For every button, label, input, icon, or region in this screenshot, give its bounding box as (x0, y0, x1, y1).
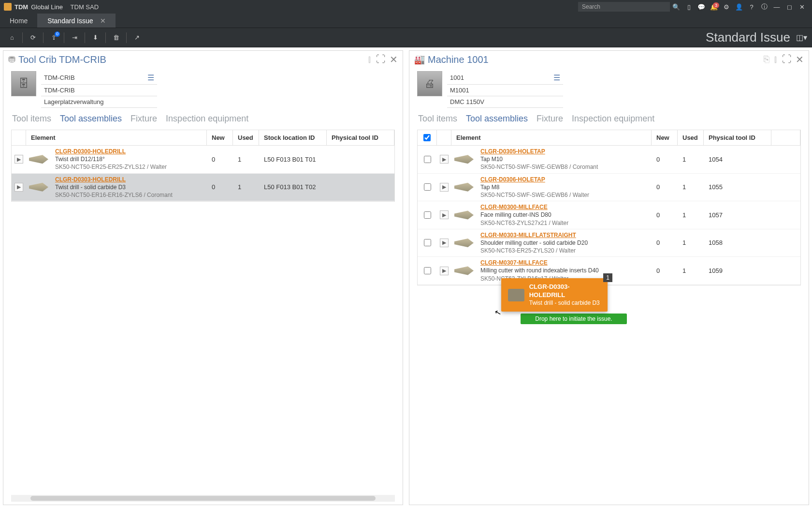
subtab-tool-items[interactable]: Tool items (12, 114, 51, 127)
tool-code-link[interactable]: CLGR-M0307-MILLFACE (480, 259, 648, 267)
tool-code-link[interactable]: CLGR-M0300-MILLFACE (480, 203, 648, 211)
module-name: TDM SAD (71, 3, 99, 11)
expand-row-icon[interactable]: ▶ (14, 155, 23, 164)
expand-panel-icon[interactable]: ⛶ (782, 54, 792, 65)
workspace: ⛃ Tool Crib TDM-CRIB ⫿ ⛶ ✕ 🗄 TDM-CRIB☰ T… (0, 47, 812, 508)
tab-standard-issue[interactable]: Standard Issue ✕ (38, 14, 115, 28)
select-all-checkbox[interactable] (423, 134, 431, 141)
cell-used: 1 (678, 183, 704, 191)
subtab-tool-assemblies[interactable]: Tool assemblies (60, 114, 122, 127)
col-new[interactable]: New (652, 130, 678, 145)
drag-desc: Twist drill - solid carbide D3 (529, 299, 601, 307)
download-icon[interactable]: ⬇ (88, 30, 102, 45)
subtab-fixture[interactable]: Fixture (130, 114, 157, 127)
close-button[interactable]: ✕ (796, 3, 808, 11)
machine-thumbnail-icon: 🖨 (417, 71, 442, 96)
tool-code-link[interactable]: CLGR-D0305-HOLETAP (480, 148, 648, 155)
row-checkbox[interactable] (424, 156, 431, 163)
search-icon[interactable]: 🔍 (670, 3, 682, 11)
pointer-icon[interactable]: ↗ (130, 30, 144, 45)
chart-icon[interactable]: ⫿ (367, 54, 372, 65)
copy-icon[interactable]: ⎘ (764, 54, 769, 65)
tool-spec: SK50-NCT50-SWF-SWE-GEWB6 / Walter (480, 191, 648, 199)
drag-thumb-icon (508, 289, 524, 301)
minimize-button[interactable]: — (770, 3, 783, 11)
col-used[interactable]: Used (233, 130, 259, 145)
crib-menu-icon[interactable]: ☰ (147, 73, 154, 82)
row-checkbox[interactable] (424, 239, 431, 246)
chat-icon[interactable]: 💬 (695, 3, 708, 11)
refresh-icon[interactable]: ⟳ (26, 30, 40, 45)
col-element[interactable]: Element (451, 130, 652, 145)
table-row[interactable]: ▶CLGR-M0303-MILLFLATSTRAIGHTShoulder mil… (418, 229, 800, 257)
subtab-inspection[interactable]: Inspection equipment (572, 114, 654, 127)
tool-code-link[interactable]: CLGR-D0306-HOLETAP (480, 176, 648, 183)
user-icon[interactable]: 👤 (733, 3, 745, 11)
settings-icon[interactable]: ⚙ (720, 3, 733, 11)
subtab-inspection[interactable]: Inspection equipment (166, 114, 248, 127)
subtab-tool-items[interactable]: Tool items (418, 114, 457, 127)
table-row[interactable]: ▶CLGR-M0300-MILLFACEFace milling cutter-… (418, 201, 800, 229)
table-row[interactable]: ▶CLGR-D0300-HOLEDRILLTwist drill D12/118… (12, 146, 394, 174)
tool-code-link[interactable]: CLGR-M0303-MILLFLATSTRAIGHT (480, 231, 648, 239)
tool-spec: SK50-NCT63-ER25-ZYLS20 / Walter (480, 247, 648, 254)
tool-thumb-icon (454, 264, 474, 278)
tool-desc: Shoulder milling cutter - solid carbide … (480, 239, 648, 247)
upload-icon[interactable]: ⇪0 (46, 30, 61, 45)
row-checkbox[interactable] (424, 211, 431, 219)
cell-new: 0 (652, 183, 678, 191)
tool-code-link[interactable]: CLGR-D0303-HOLEDRILL (55, 176, 203, 183)
home-icon[interactable]: ⌂ (5, 30, 19, 45)
expand-row-icon[interactable]: ▶ (440, 239, 449, 247)
panel-icon[interactable]: ▯ (682, 3, 695, 11)
close-panel-icon[interactable]: ✕ (390, 54, 398, 65)
table-row[interactable]: ▶CLGR-D0305-HOLETAPTap M10SK50-NCT50-SWF… (418, 146, 800, 174)
machine-icon: 🏭 (414, 54, 425, 65)
delete-icon[interactable]: 🗑 (109, 30, 123, 45)
horizontal-scrollbar[interactable] (11, 495, 395, 502)
tool-desc: Twist drill D12/118° (55, 155, 203, 163)
layout-icon[interactable]: ◫▾ (796, 33, 807, 42)
col-stock[interactable]: Stock location ID (259, 130, 327, 145)
col-check[interactable] (418, 130, 437, 145)
col-element[interactable]: Element (26, 130, 207, 145)
col-new[interactable]: New (207, 130, 233, 145)
table-row[interactable]: ▶CLGR-D0306-HOLETAPTap M8SK50-NCT50-SWF-… (418, 174, 800, 202)
expand-row-icon[interactable]: ▶ (440, 183, 449, 192)
table-row[interactable]: ▶CLGR-M0307-MILLFACEMilling cutter with … (418, 257, 800, 285)
info-icon[interactable]: ⓘ (758, 2, 770, 11)
document-tabs: Home Standard Issue ✕ (0, 14, 812, 28)
page-title: Standard Issue (706, 30, 790, 45)
cell-new: 0 (652, 267, 678, 274)
tool-thumb-icon (454, 180, 474, 194)
expand-row-icon[interactable]: ▶ (440, 155, 449, 164)
expand-row-icon[interactable]: ▶ (440, 267, 449, 275)
col-phys[interactable]: Physical tool ID (327, 130, 394, 145)
subtab-fixture[interactable]: Fixture (536, 114, 563, 127)
close-panel-icon[interactable]: ✕ (796, 54, 804, 65)
tab-home[interactable]: Home (0, 14, 38, 28)
expand-row-icon[interactable]: ▶ (14, 183, 23, 192)
notifications-icon[interactable]: 🔔3 (708, 3, 720, 11)
col-used[interactable]: Used (678, 130, 704, 145)
col-phys[interactable]: Physical tool ID (704, 130, 771, 145)
row-checkbox[interactable] (424, 183, 431, 191)
help-icon[interactable]: ? (745, 3, 758, 11)
row-checkbox[interactable] (424, 267, 431, 274)
maximize-button[interactable]: ◻ (783, 3, 796, 11)
expand-row-icon[interactable]: ▶ (440, 210, 449, 219)
main-toolbar: ⌂ ⟳ ⇪0 ⇥ ⬇ 🗑 ↗ Standard Issue ◫▾ (0, 28, 812, 47)
search-input[interactable] (578, 2, 670, 12)
expand-panel-icon[interactable]: ⛶ (376, 54, 386, 65)
tab-close-icon[interactable]: ✕ (100, 17, 106, 25)
export-icon[interactable]: ⇥ (67, 30, 82, 45)
subtab-tool-assemblies[interactable]: Tool assemblies (466, 114, 528, 127)
machine-panel: 🏭 Machine 1001 ⎘ ⫿ ⛶ ✕ 🖨 1001☰ M1001 DMC… (409, 50, 809, 505)
tool-code-link[interactable]: CLGR-D0300-HOLEDRILL (55, 148, 203, 155)
crib-thumbnail-icon: 🗄 (11, 71, 36, 96)
table-row[interactable]: ▶CLGR-D0303-HOLEDRILLTwist drill - solid… (12, 174, 394, 202)
chart-icon[interactable]: ⫿ (773, 54, 778, 65)
machine-menu-icon[interactable]: ☰ (553, 73, 560, 82)
cell-phys: 1059 (704, 267, 771, 274)
cell-new: 0 (652, 211, 678, 219)
